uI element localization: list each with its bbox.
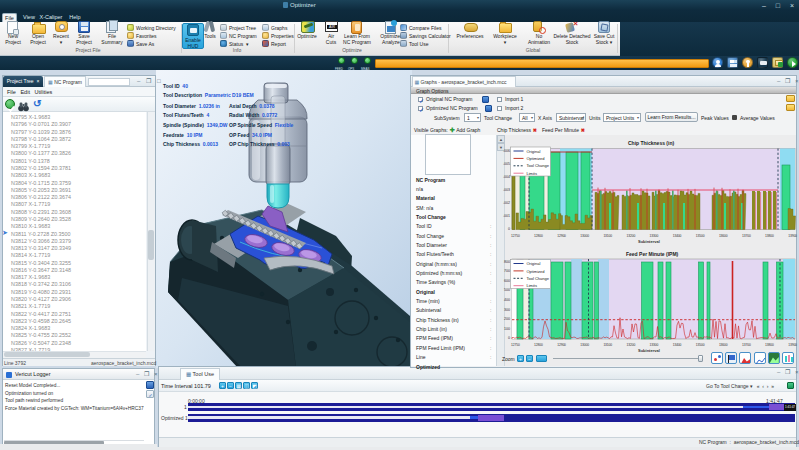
svg-text:Tool Change: Tool Change [527, 276, 550, 281]
svg-text:Limits: Limits [527, 171, 537, 176]
svg-text:Original: Original [527, 149, 541, 154]
svg-text:Original: Original [527, 261, 541, 266]
svg-text:Optimized: Optimized [527, 269, 545, 274]
svg-text:Optimized: Optimized [527, 156, 545, 161]
svg-text:Tool Change: Tool Change [527, 163, 550, 168]
svg-text:Limits: Limits [527, 283, 537, 288]
